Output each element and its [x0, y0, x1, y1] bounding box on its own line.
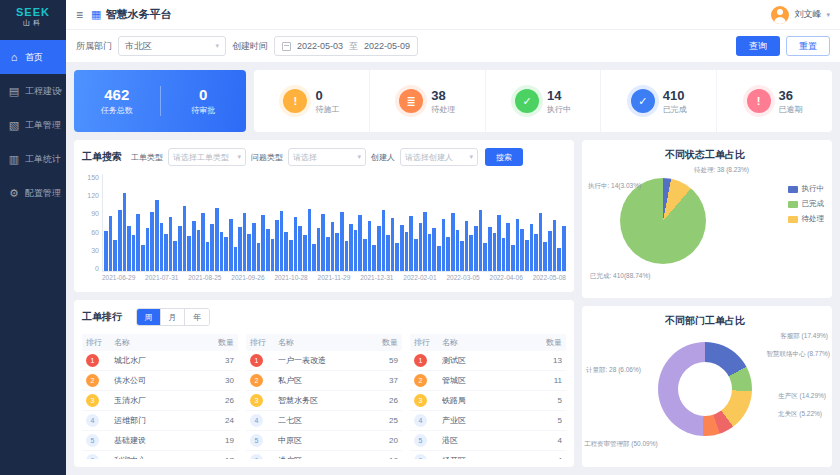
rank-name: 供水公司 — [114, 375, 208, 386]
bar — [155, 200, 159, 271]
table-header: 排行名称数量 — [246, 334, 402, 351]
bar — [321, 214, 325, 271]
legend-item[interactable]: 已完成 — [788, 199, 825, 209]
bar — [479, 210, 483, 271]
status-pie-card: 不同状态工单占比 执行中: 14(3.03%) 待处理: 38 (8.23%) … — [582, 140, 832, 298]
warning-icon: ! — [283, 89, 307, 113]
calendar-icon — [282, 42, 291, 51]
bar — [243, 213, 247, 271]
rank-count: 4 — [536, 436, 562, 445]
bar — [220, 232, 224, 271]
bar — [234, 247, 238, 271]
logo: SEEK 山科 — [0, 0, 66, 30]
sidebar-item-home[interactable]: ⌂ 首页 — [0, 40, 66, 74]
bar — [169, 217, 173, 271]
status-stats-card: ! 0待施工 ≣ 38待处理 ✓ 14执行中 ✓ 410已完成 — [254, 70, 832, 132]
bar — [469, 235, 473, 271]
bar — [414, 239, 418, 271]
bar — [465, 221, 469, 271]
end-date[interactable]: 2022-05-09 — [364, 41, 410, 51]
bar — [548, 231, 552, 271]
chevron-down-icon: ▾ — [58, 87, 62, 95]
user-menu[interactable]: 刘文峰 ▾ — [771, 6, 830, 24]
rank-badge: 3 — [86, 394, 99, 407]
legend-item[interactable]: 执行中 — [788, 184, 825, 194]
rank-badge: 5 — [414, 434, 427, 447]
approve-label: 待审批 — [161, 105, 247, 116]
start-date[interactable]: 2022-05-03 — [297, 41, 343, 51]
rank-badge: 4 — [86, 414, 99, 427]
sidebar-menu: ⌂ 首页 ▤ 工程建设 ▾ ▧ 工单管理 ▥ 工单统计 ⚙ 配置管理 — [0, 40, 66, 210]
bar — [391, 218, 395, 271]
ranking-tables: 排行名称数量1城北水厂372供水公司303玉清水厂264运维部门245基础建设1… — [82, 334, 566, 459]
dept-select-value: 市北区 — [125, 40, 152, 53]
donut-hole — [678, 362, 732, 416]
bar — [261, 215, 265, 271]
legend-item[interactable]: 待处理 — [788, 214, 825, 224]
bar — [557, 248, 561, 271]
pending-approval: 0 待审批 — [161, 86, 247, 116]
rank-name: 铁路局 — [442, 395, 536, 406]
tab-year[interactable]: 年 — [185, 309, 209, 325]
rank-name: 管城区 — [442, 375, 536, 386]
bar — [405, 232, 409, 271]
rank-count: 20 — [372, 436, 398, 445]
query-button[interactable]: 查询 — [736, 36, 780, 56]
dept-select[interactable]: 市北区 ▾ — [118, 36, 226, 56]
collapse-menu-icon[interactable]: ≡ — [76, 8, 83, 22]
sidebar-item-statistics[interactable]: ▥ 工单统计 — [0, 142, 66, 176]
select-placeholder: 请选择工单类型 — [173, 152, 229, 163]
workorder-type-select[interactable]: 请选择工单类型 ▾ — [168, 148, 246, 166]
rank-badge: 1 — [414, 354, 427, 367]
rank-name: 进户区 — [278, 455, 372, 459]
sidebar-item-workorder[interactable]: ▧ 工单管理 — [0, 108, 66, 142]
date-range-picker[interactable]: 2022-05-03 至 2022-05-09 — [274, 36, 418, 56]
bar — [123, 193, 127, 271]
stat-overdue: ! 36已逾期 — [717, 70, 832, 132]
stat-value: 36 — [779, 88, 793, 103]
rank-name: 二七区 — [278, 415, 372, 426]
tab-month[interactable]: 月 — [161, 309, 185, 325]
creator-select[interactable]: 请选择创建人 ▾ — [400, 148, 478, 166]
bar — [456, 230, 460, 271]
sidebar-item-label: 配置管理 — [25, 187, 61, 200]
bar — [460, 241, 464, 271]
bar — [183, 206, 187, 271]
table-row: 5港区4 — [410, 431, 566, 451]
rank-badge: 2 — [250, 374, 263, 387]
stat-label: 执行中 — [547, 104, 571, 115]
sidebar-item-construction[interactable]: ▤ 工程建设 ▾ — [0, 74, 66, 108]
pie-label: 待处理: 38 (8.23%) — [694, 166, 749, 175]
legend-label: 待处理 — [802, 214, 825, 224]
check-icon: ✓ — [515, 89, 539, 113]
card-title: 不同状态工单占比 — [590, 148, 820, 162]
avatar[interactable] — [771, 6, 789, 24]
total-tasks-card: 462 任务总数 0 待审批 — [74, 70, 246, 132]
reset-button[interactable]: 重置 — [786, 36, 830, 56]
bar — [331, 222, 335, 271]
bar — [520, 229, 524, 271]
ranking-table: 排行名称数量1一户一表改造592私户区373智慧水务区264二七区255中原区2… — [246, 334, 402, 459]
select-placeholder: 请选择创建人 — [405, 152, 453, 163]
tab-week[interactable]: 周 — [137, 309, 161, 325]
sidebar-item-settings[interactable]: ⚙ 配置管理 — [0, 176, 66, 210]
main-area: ≡ ▦ 智慧水务平台 刘文峰 ▾ 所属部门 市北区 ▾ 创建时间 2022-05… — [66, 0, 840, 475]
chevron-down-icon[interactable]: ▾ — [826, 11, 830, 19]
bar-chart-plot: 2021-06-292021-07-312021-08-252021-09-26… — [102, 174, 566, 284]
search-button[interactable]: 搜索 — [485, 148, 523, 166]
bar — [419, 223, 423, 272]
rank-badge: 3 — [250, 394, 263, 407]
table-row: 3智慧水务区26 — [246, 391, 402, 411]
table-row: 3铁路局5 — [410, 391, 566, 411]
table-row: 2私户区37 — [246, 371, 402, 391]
bar — [206, 242, 210, 271]
bar — [543, 242, 547, 271]
dept-label: 所属部门 — [76, 40, 112, 53]
workorder-search-card: 工单搜索 工单类型 请选择工单类型 ▾ 问题类型 请选择 ▾ 创建人 — [74, 140, 574, 292]
bar — [201, 213, 205, 271]
issue-type-select[interactable]: 请选择 ▾ — [288, 148, 366, 166]
table-row: 5基础建设19 — [82, 431, 238, 451]
bar — [382, 210, 386, 271]
bar — [280, 211, 284, 271]
bar — [409, 216, 413, 271]
